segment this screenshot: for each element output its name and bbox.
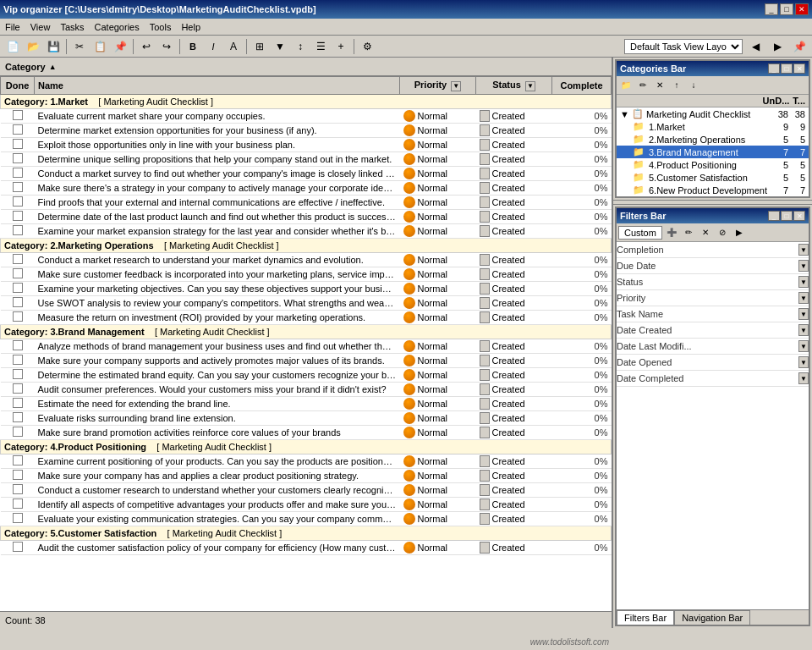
table-row[interactable]: Conduct a customer research to understan… xyxy=(1,483,612,498)
task-checkbox[interactable] xyxy=(13,412,23,422)
categories-bar-controls[interactable]: _ □ ✕ xyxy=(768,63,805,74)
new-task-button[interactable]: 📄 xyxy=(3,38,22,55)
bold-button[interactable]: B xyxy=(184,38,202,55)
table-row[interactable]: Make sure your company has and applies a… xyxy=(1,469,612,483)
filter-delete-button[interactable]: ✕ xyxy=(698,226,713,240)
paste-button[interactable]: 📌 xyxy=(111,38,129,55)
layout-select[interactable]: Default Task View Layout xyxy=(624,39,743,54)
italic-button[interactable]: I xyxy=(204,38,222,55)
open-button[interactable]: 📂 xyxy=(24,38,42,55)
task-checkbox[interactable] xyxy=(13,268,23,278)
table-row[interactable]: Conduct a market survey to find out whet… xyxy=(1,167,612,181)
expand-button[interactable]: + xyxy=(332,38,350,55)
tab-navigation-bar[interactable]: Navigation Bar xyxy=(674,610,750,625)
task-checkbox[interactable] xyxy=(13,455,23,465)
table-row[interactable]: Audit the customer satisfaction policy o… xyxy=(1,541,612,555)
filter-dropdown-btn[interactable]: ▼ xyxy=(798,340,809,352)
table-row[interactable]: Make sure brand promotion activities rei… xyxy=(1,426,612,440)
task-checkbox[interactable] xyxy=(13,355,23,365)
layout-next[interactable]: ▶ xyxy=(768,38,787,55)
task-checkbox[interactable] xyxy=(13,297,23,307)
cat-delete-button[interactable]: ✕ xyxy=(652,79,667,92)
filter-apply-button[interactable]: ▶ xyxy=(732,226,747,240)
cat-add-button[interactable]: 📁 xyxy=(618,79,634,92)
task-checkbox[interactable] xyxy=(13,427,23,437)
cat-bar-minimize[interactable]: _ xyxy=(768,63,780,74)
task-checkbox[interactable] xyxy=(13,398,23,408)
cat-move-down-button[interactable]: ↓ xyxy=(686,79,701,92)
table-row[interactable]: Make sure there's a strategy in your com… xyxy=(1,181,612,196)
filter-dropdown-btn[interactable]: ▼ xyxy=(798,292,809,304)
tree-root-item[interactable]: ▼ 📋 Marketing Audit Checklist 38 38 xyxy=(617,107,809,120)
task-checkbox[interactable] xyxy=(13,124,23,135)
task-checkbox[interactable] xyxy=(13,211,23,221)
filter-edit-button[interactable]: ✏ xyxy=(681,226,696,240)
panel-divider[interactable] xyxy=(613,200,812,205)
table-row[interactable]: Determine the estimated brand equity. Ca… xyxy=(1,368,612,383)
table-row[interactable]: Determine market extension opportunities… xyxy=(1,124,612,138)
menu-view[interactable]: View xyxy=(25,21,56,33)
sidebar-item-2.marketingoperations[interactable]: 📁 2.Marketing Operations 5 5 xyxy=(617,133,809,146)
font-color-button[interactable]: A xyxy=(224,38,243,55)
cat-edit-button[interactable]: ✏ xyxy=(635,79,650,92)
table-row[interactable]: Evaluate risks surrounding brand line ex… xyxy=(1,411,612,426)
menu-tasks[interactable]: Tasks xyxy=(55,21,89,33)
table-row[interactable]: Identify all aspects of competitive adva… xyxy=(1,498,612,512)
table-row[interactable]: Analyze methods of brand management your… xyxy=(1,339,612,354)
sidebar-item-6.newproductdevelopment[interactable]: 📁 6.New Product Development 7 7 xyxy=(617,184,809,196)
table-row[interactable]: Make sure your company supports and acti… xyxy=(1,354,612,368)
filter-bar-minimize[interactable]: _ xyxy=(768,211,780,221)
options-button[interactable]: ⚙ xyxy=(358,38,376,55)
task-checkbox[interactable] xyxy=(13,499,23,509)
priority-filter-btn[interactable]: ▼ xyxy=(451,81,461,91)
task-table-container[interactable]: Done Name Priority ▼ Status ▼ Complete xyxy=(0,76,612,611)
task-checkbox[interactable] xyxy=(13,513,23,523)
task-checkbox[interactable] xyxy=(13,153,23,163)
table-row[interactable]: Measure the return on investment (ROI) p… xyxy=(1,311,612,325)
filter-dropdown-btn[interactable]: ▼ xyxy=(798,308,809,320)
undo-button[interactable]: ↩ xyxy=(137,38,156,55)
filter-bar-float[interactable]: □ xyxy=(781,211,793,221)
menu-help[interactable]: Help xyxy=(176,21,206,33)
tab-filters-bar[interactable]: Filters Bar xyxy=(617,610,674,625)
filters-bar-controls[interactable]: _ □ ✕ xyxy=(768,211,805,221)
menu-categories[interactable]: Categories xyxy=(90,21,145,33)
table-row[interactable]: Conduct a market research to understand … xyxy=(1,253,612,267)
task-checkbox[interactable] xyxy=(13,168,23,178)
task-checkbox[interactable] xyxy=(13,139,23,149)
filter-dropdown-btn[interactable]: ▼ xyxy=(798,356,809,368)
cat-bar-close[interactable]: ✕ xyxy=(793,63,805,74)
cut-button[interactable]: ✂ xyxy=(70,38,89,55)
menu-file[interactable]: File xyxy=(0,21,25,33)
table-row[interactable]: Determine unique selling propositions th… xyxy=(1,152,612,167)
task-checkbox[interactable] xyxy=(13,484,23,494)
table-row[interactable]: Audit consumer preferences. Would your c… xyxy=(1,383,612,397)
task-checkbox[interactable] xyxy=(13,542,23,552)
window-controls[interactable]: _ □ ✕ xyxy=(765,3,809,15)
filter-dropdown-btn[interactable]: ▼ xyxy=(798,244,809,256)
bottom-tabs[interactable]: Filters Bar Navigation Bar xyxy=(617,609,809,625)
task-checkbox[interactable] xyxy=(13,110,23,120)
filter-dropdown-btn[interactable]: ▼ xyxy=(798,324,809,336)
table-row[interactable]: Examine your marketing objectives. Can y… xyxy=(1,282,612,296)
table-row[interactable]: Estimate the need for extending the bran… xyxy=(1,397,612,411)
sort-button[interactable]: ↕ xyxy=(291,38,310,55)
table-row[interactable]: Exploit those opportunities only in line… xyxy=(1,138,612,152)
filter-dropdown-btn[interactable]: ▼ xyxy=(798,260,809,272)
table-row[interactable]: Use SWOT analysis to review your company… xyxy=(1,296,612,311)
table-row[interactable]: Determine date of the last product launc… xyxy=(1,210,612,224)
filter-button[interactable]: ▼ xyxy=(271,38,289,55)
menu-tools[interactable]: Tools xyxy=(145,21,177,33)
task-checkbox[interactable] xyxy=(13,340,23,350)
redo-button[interactable]: ↪ xyxy=(157,38,176,55)
filter-dropdown-btn[interactable]: ▼ xyxy=(798,372,809,384)
maximize-button[interactable]: □ xyxy=(780,3,793,15)
custom-filter-button[interactable]: Custom xyxy=(618,226,662,240)
table-row[interactable]: Examine current positioning of your prod… xyxy=(1,454,612,469)
sort-icon[interactable]: ▲ xyxy=(49,63,57,71)
cat-bar-float[interactable]: □ xyxy=(781,63,793,74)
sidebar-item-4.productpositioning[interactable]: 📁 4.Product Positioning 5 5 xyxy=(617,158,809,171)
task-checkbox[interactable] xyxy=(13,182,23,192)
task-checkbox[interactable] xyxy=(13,196,23,207)
layout-pin[interactable]: 📌 xyxy=(790,38,809,55)
